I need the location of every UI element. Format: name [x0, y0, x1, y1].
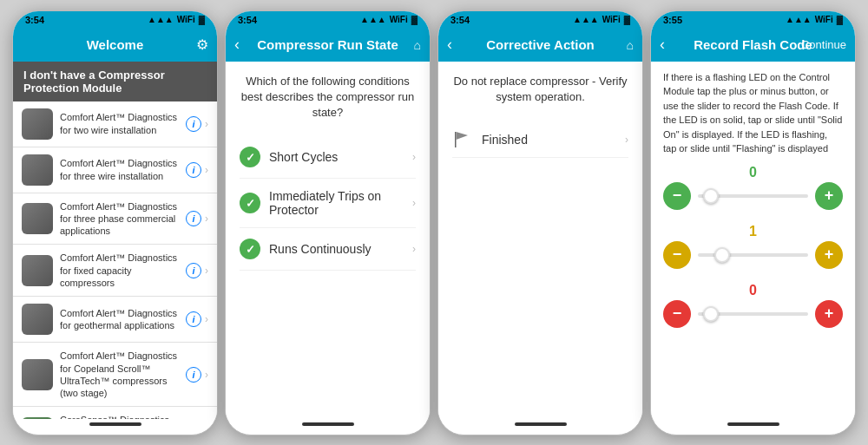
plus-button-red[interactable]: +	[815, 300, 843, 328]
list-item[interactable]: Comfort Alert™ Diagnostics for geotherma…	[13, 297, 217, 343]
battery-icon-2: ▓	[411, 15, 418, 24]
run-state-item-3[interactable]: Runs Continuously ›	[240, 228, 416, 271]
flag-icon	[452, 131, 473, 148]
menu-icon-3	[22, 203, 53, 234]
wifi-icon-1: WiFi	[177, 15, 195, 24]
minus-button-green[interactable]: −	[663, 182, 691, 210]
back-button-3[interactable]: ‹	[447, 36, 452, 54]
flash-description: If there is a flashing LED on the Contro…	[663, 70, 843, 156]
menu-right-3: i ›	[186, 211, 208, 226]
run-state-item-1[interactable]: Short Cycles ›	[240, 136, 416, 179]
status-time-3: 3:54	[450, 15, 470, 25]
info-button-4[interactable]: i	[186, 263, 201, 278]
info-button-3[interactable]: i	[186, 211, 201, 226]
gear-icon[interactable]: ⚙	[196, 36, 208, 53]
minus-button-yellow[interactable]: −	[663, 241, 691, 269]
run-state-item-2[interactable]: Immediately Trips on Protector ›	[240, 179, 416, 228]
menu-text-4: Comfort Alert™ Diagnostics for fixed cap…	[60, 252, 179, 289]
status-time-2: 3:54	[238, 15, 257, 25]
check-icon-1	[240, 147, 260, 167]
run-state-header: ‹ Compressor Run State ⌂	[226, 29, 430, 62]
chevron-run-3: ›	[412, 243, 416, 255]
list-item[interactable]: Comfort Alert™ Diagnostics for two wire …	[13, 101, 217, 147]
plus-button-yellow[interactable]: +	[815, 241, 843, 269]
corrective-subtitle: Do not replace compressor - Verify syste…	[452, 74, 628, 105]
phone-flash-code: 3:55 ▲▲▲ WiFi ▓ ‹ Record Flash Code Cont…	[650, 10, 856, 435]
back-button-2[interactable]: ‹	[234, 36, 240, 54]
signal-icon-1: ▲▲▲	[148, 15, 174, 24]
slider-row-green: − +	[663, 182, 843, 210]
corrective-title: Corrective Action	[486, 37, 594, 52]
minus-button-red[interactable]: −	[663, 300, 691, 328]
list-item[interactable]: CoreSense™ Diagnostics for Copeland Scro…	[13, 407, 217, 418]
battery-icon-1: ▓	[199, 15, 205, 24]
slider-group-green: 0 − +	[663, 165, 843, 219]
menu-text-6: Comfort Alert™ Diagnostics for Copeland …	[60, 350, 179, 399]
signal-icon-4: ▲▲▲	[786, 15, 812, 24]
menu-text-1: Comfort Alert™ Diagnostics for two wire …	[60, 111, 179, 136]
finished-item[interactable]: Finished ›	[452, 122, 628, 158]
info-button-5[interactable]: i	[186, 311, 201, 327]
status-bar-4: 3:55 ▲▲▲ WiFi ▓	[651, 11, 855, 29]
home-indicator-area-4	[651, 419, 855, 435]
menu-right-1: i ›	[186, 116, 208, 132]
slider-thumb-green[interactable]	[703, 188, 719, 204]
slider-track-red[interactable]	[698, 312, 808, 316]
corrective-header: ‹ Corrective Action ⌂	[438, 29, 642, 62]
slider-thumb-yellow[interactable]	[714, 247, 730, 263]
home-button-2[interactable]: ⌂	[414, 38, 421, 52]
home-indicator-2	[302, 422, 354, 426]
chevron-icon-1: ›	[205, 118, 208, 130]
info-button-2[interactable]: i	[186, 162, 201, 178]
check-icon-3	[240, 239, 260, 259]
menu-text-5: Comfort Alert™ Diagnostics for geotherma…	[60, 307, 179, 332]
status-icons-4: ▲▲▲ WiFi ▓	[786, 15, 843, 24]
signal-icon-3: ▲▲▲	[573, 15, 599, 24]
battery-icon-3: ▓	[624, 15, 630, 24]
flash-title: Record Flash Code	[694, 37, 812, 52]
slider-track-yellow[interactable]	[698, 253, 808, 257]
welcome-title: Welcome	[87, 37, 144, 52]
battery-icon-4: ▓	[837, 15, 843, 24]
plus-button-green[interactable]: +	[815, 182, 843, 210]
wifi-icon-2: WiFi	[390, 15, 408, 24]
info-button-6[interactable]: i	[186, 367, 201, 383]
chevron-finished: ›	[625, 134, 628, 146]
slider-track-green[interactable]	[698, 194, 808, 198]
chevron-icon-3: ›	[205, 213, 208, 225]
menu-icon-5	[22, 304, 53, 335]
chevron-icon-5: ›	[205, 313, 208, 325]
back-button-4[interactable]: ‹	[660, 36, 665, 54]
list-item[interactable]: Comfort Alert™ Diagnostics for fixed cap…	[13, 245, 217, 297]
slider-thumb-red[interactable]	[703, 306, 719, 322]
run-state-label-2: Immediately Trips on Protector	[269, 189, 404, 217]
phones-container: 3:54 ▲▲▲ WiFi ▓ Welcome ⚙ I don't have a…	[12, 10, 856, 435]
menu-icon-4	[22, 255, 53, 286]
chevron-icon-4: ›	[205, 265, 208, 277]
phone-corrective: 3:54 ▲▲▲ WiFi ▓ ‹ Corrective Action ⌂ Do…	[437, 10, 643, 435]
home-button-3[interactable]: ⌂	[627, 38, 634, 52]
status-icons-3: ▲▲▲ WiFi ▓	[573, 15, 630, 24]
info-button-1[interactable]: i	[186, 116, 201, 132]
home-indicator-area-3	[438, 419, 642, 435]
svg-rect-0	[455, 132, 457, 147]
continue-button[interactable]: Continue	[801, 38, 846, 51]
menu-icon-1	[22, 108, 53, 140]
finished-label: Finished	[482, 133, 616, 147]
menu-right-6: i ›	[186, 367, 208, 383]
phone-run-state: 3:54 ▲▲▲ WiFi ▓ ‹ Compressor Run State ⌂…	[225, 10, 431, 435]
run-state-subtitle: Which of the following conditions best d…	[240, 74, 416, 121]
slider-value-yellow: 1	[663, 224, 843, 239]
list-item[interactable]: Comfort Alert™ Diagnostics for Copeland …	[13, 343, 217, 407]
wifi-icon-4: WiFi	[815, 15, 833, 24]
slider-value-green: 0	[663, 165, 843, 180]
signal-icon-2: ▲▲▲	[360, 15, 386, 24]
home-indicator-area-2	[226, 419, 430, 435]
flash-content: If there is a flashing LED on the Contro…	[651, 62, 855, 419]
slider-row-red: − +	[663, 300, 843, 328]
slider-row-yellow: − +	[663, 241, 843, 269]
flash-header: ‹ Record Flash Code Continue	[651, 29, 855, 62]
chevron-run-2: ›	[412, 197, 416, 209]
list-item[interactable]: Comfort Alert™ Diagnostics for three pha…	[13, 193, 217, 245]
list-item[interactable]: Comfort Alert™ Diagnostics for three wir…	[13, 147, 217, 193]
